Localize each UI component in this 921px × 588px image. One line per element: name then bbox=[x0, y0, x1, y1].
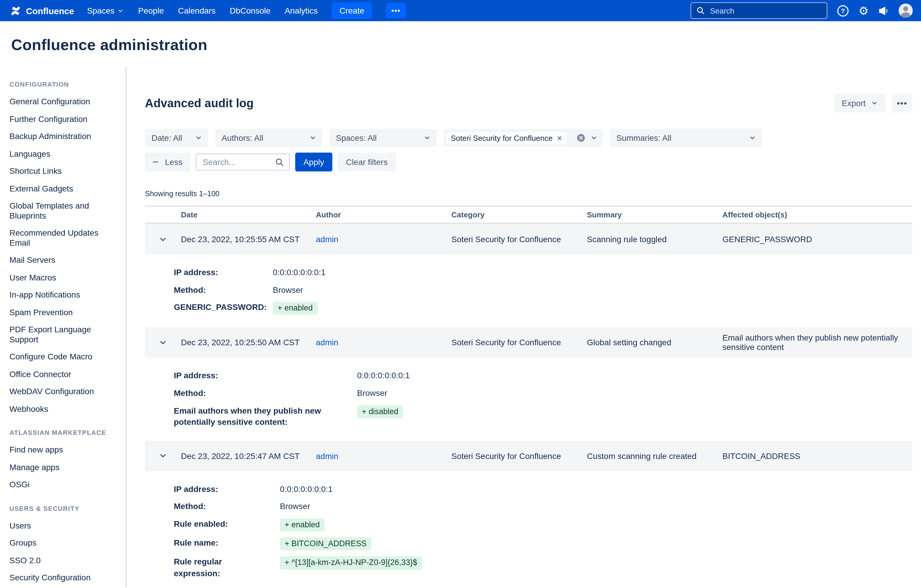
sidebar-item-webdav-configuration[interactable]: WebDAV Configuration bbox=[10, 387, 117, 396]
sidebar-item-security-configuration[interactable]: Security Configuration bbox=[10, 573, 117, 583]
sidebar-item-sso[interactable]: SSO 2.0 bbox=[10, 556, 117, 565]
svg-text:?: ? bbox=[841, 7, 845, 15]
detail-label: IP address: bbox=[174, 370, 357, 382]
collapse-row-chevron-icon[interactable] bbox=[145, 235, 181, 244]
sidebar-item-general-configuration[interactable]: General Configuration bbox=[10, 97, 117, 106]
audit-search[interactable] bbox=[195, 153, 290, 171]
nav-right-group: ? ⚙ bbox=[691, 2, 913, 19]
sidebar-item-users[interactable]: Users bbox=[10, 521, 117, 531]
search-icon bbox=[275, 158, 284, 166]
global-search[interactable] bbox=[691, 2, 827, 19]
author-link[interactable]: admin bbox=[316, 451, 338, 461]
detail-label: IP address: bbox=[174, 484, 280, 495]
row-category: Soteri Security for Confluence bbox=[451, 451, 587, 461]
column-header-affected: Affected object(s) bbox=[722, 210, 912, 219]
chevron-down-icon bbox=[749, 134, 756, 141]
sidebar-item-in-app-notifications[interactable]: In-app Notifications bbox=[10, 290, 117, 300]
audit-row-details: IP address: 0:0:0:0:0:0:0:1 Method: Brow… bbox=[145, 255, 912, 327]
collapse-row-chevron-icon[interactable] bbox=[145, 338, 181, 347]
clear-filter-icon[interactable] bbox=[577, 134, 585, 142]
column-header-date: Date bbox=[181, 210, 316, 219]
screen: Confluence Spaces People Calendars DbCon… bbox=[0, 0, 921, 588]
collapse-row-chevron-icon[interactable] bbox=[145, 452, 181, 460]
nav-item-dbconsole[interactable]: DbConsole bbox=[230, 6, 271, 15]
global-search-input[interactable] bbox=[709, 6, 822, 16]
less-button[interactable]: Less bbox=[145, 153, 190, 171]
category-tag: Soteri Security for Confluence bbox=[447, 132, 566, 144]
nav-item-spaces[interactable]: Spaces bbox=[87, 6, 124, 15]
summaries-filter[interactable]: Summaries: All bbox=[610, 129, 762, 147]
sidebar-item-languages[interactable]: Languages bbox=[10, 149, 117, 159]
more-actions-button[interactable]: ••• bbox=[892, 94, 912, 112]
confluence-logo[interactable]: Confluence bbox=[10, 5, 74, 17]
help-icon: ? bbox=[837, 5, 849, 17]
sidebar-item-user-macros[interactable]: User Macros bbox=[10, 273, 117, 282]
sidebar-item-recommended-updates-email[interactable]: Recommended Updates Email bbox=[10, 228, 117, 247]
sidebar-item-office-connector[interactable]: Office Connector bbox=[10, 369, 117, 379]
row-affected: Email authors when they publish new pote… bbox=[722, 333, 912, 352]
sidebar-item-mail-servers[interactable]: Mail Servers bbox=[10, 255, 117, 265]
chevron-down-icon bbox=[117, 7, 124, 14]
detail-label: Rule name: bbox=[174, 537, 280, 549]
authors-filter[interactable]: Authors: All bbox=[215, 129, 322, 147]
export-button[interactable]: Export bbox=[835, 94, 885, 112]
audit-row[interactable]: Dec 23, 2022, 10:25:55 AM CST admin Sote… bbox=[145, 224, 912, 255]
sidebar-item-manage-apps[interactable]: Manage apps bbox=[10, 463, 117, 472]
author-link[interactable]: admin bbox=[316, 234, 338, 244]
nav-more-button[interactable]: ••• bbox=[386, 3, 406, 18]
column-header-author: Author bbox=[316, 210, 451, 219]
clear-filters-button[interactable]: Clear filters bbox=[338, 153, 396, 171]
detail-value: 0:0:0:0:0:0:0:1 bbox=[273, 267, 912, 278]
create-button[interactable]: Create bbox=[332, 2, 372, 19]
detail-value: Browser bbox=[357, 388, 912, 399]
sidebar-item-find-new-apps[interactable]: Find new apps bbox=[10, 445, 117, 455]
help-button[interactable]: ? bbox=[837, 5, 849, 17]
sidebar-item-shortcut-links[interactable]: Shortcut Links bbox=[10, 166, 117, 176]
settings-button[interactable]: ⚙ bbox=[859, 5, 869, 16]
sidebar-item-global-templates[interactable]: Global Templates and Blueprints bbox=[10, 201, 117, 220]
chevron-down-icon bbox=[309, 134, 316, 141]
nav-item-people[interactable]: People bbox=[138, 6, 164, 15]
sidebar-item-further-configuration[interactable]: Further Configuration bbox=[10, 114, 117, 124]
sidebar-item-configure-code-macro[interactable]: Configure Code Macro bbox=[10, 352, 117, 362]
sidebar-item-external-gadgets[interactable]: External Gadgets bbox=[10, 184, 117, 193]
user-avatar[interactable] bbox=[898, 3, 913, 18]
row-category: Soteri Security for Confluence bbox=[451, 234, 587, 244]
audit-row[interactable]: Dec 23, 2022, 10:25:50 AM CST admin Sote… bbox=[145, 327, 912, 358]
categories-filter[interactable]: Soteri Security for Confluence bbox=[444, 129, 603, 147]
filters-row: Date: All Authors: All Spaces: All Soter… bbox=[145, 129, 912, 147]
date-filter[interactable]: Date: All bbox=[145, 129, 208, 147]
audit-row[interactable]: Dec 23, 2022, 10:25:47 AM CST admin Sote… bbox=[145, 441, 912, 471]
sidebar-item-pdf-export-language[interactable]: PDF Export Language Support bbox=[10, 325, 117, 344]
remove-tag-icon[interactable] bbox=[557, 135, 562, 141]
row-date: Dec 23, 2022, 10:25:50 AM CST bbox=[181, 338, 316, 347]
nav-item-calendars[interactable]: Calendars bbox=[178, 6, 216, 15]
announcement-icon bbox=[878, 5, 889, 16]
announcement-button[interactable] bbox=[878, 5, 889, 16]
sidebar-item-groups[interactable]: Groups bbox=[10, 538, 117, 548]
detail-label: Method: bbox=[174, 501, 280, 513]
author-link[interactable]: admin bbox=[316, 338, 338, 347]
audit-search-input[interactable] bbox=[202, 157, 272, 167]
sidebar-item-webhooks[interactable]: Webhooks bbox=[10, 404, 117, 414]
page-title: Confluence administration bbox=[11, 36, 921, 54]
detail-label: Method: bbox=[174, 284, 273, 296]
detail-label: Rule enabled: bbox=[174, 518, 280, 530]
row-category: Soteri Security for Confluence bbox=[451, 338, 587, 347]
nav-item-analytics[interactable]: Analytics bbox=[285, 6, 317, 15]
change-chip: + enabled bbox=[273, 302, 317, 315]
change-chip: + disabled bbox=[357, 405, 403, 418]
chevron-down-icon bbox=[195, 134, 202, 141]
apply-button[interactable]: Apply bbox=[295, 153, 332, 171]
results-count: Showing results 1–100 bbox=[145, 190, 912, 198]
sidebar-heading-marketplace: ATLASSIAN MARKETPLACE bbox=[10, 429, 120, 436]
sidebar-item-osgi[interactable]: OSGi bbox=[10, 480, 117, 490]
detail-label: Method: bbox=[174, 388, 357, 399]
sidebar-item-backup-administration[interactable]: Backup Administration bbox=[10, 132, 117, 141]
detail-value: 0:0:0:0:0:0:0:1 bbox=[280, 484, 912, 495]
sidebar-item-spam-prevention[interactable]: Spam Prevention bbox=[10, 307, 117, 317]
detail-label: IP address: bbox=[174, 267, 273, 278]
spaces-filter[interactable]: Spaces: All bbox=[329, 129, 437, 147]
page-header: Confluence administration bbox=[0, 21, 921, 67]
audit-row-details: IP address: 0:0:0:0:0:0:0:1 Method: Brow… bbox=[145, 471, 912, 588]
